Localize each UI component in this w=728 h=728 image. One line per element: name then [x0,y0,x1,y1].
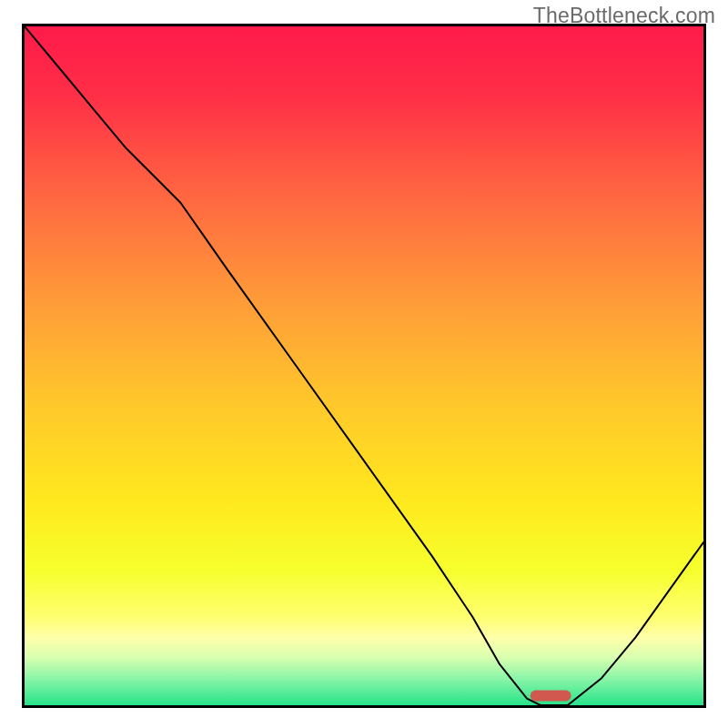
chart-area [22,24,706,708]
optimal-marker [531,691,571,702]
chart-svg [25,26,703,705]
gradient-background [25,26,703,705]
